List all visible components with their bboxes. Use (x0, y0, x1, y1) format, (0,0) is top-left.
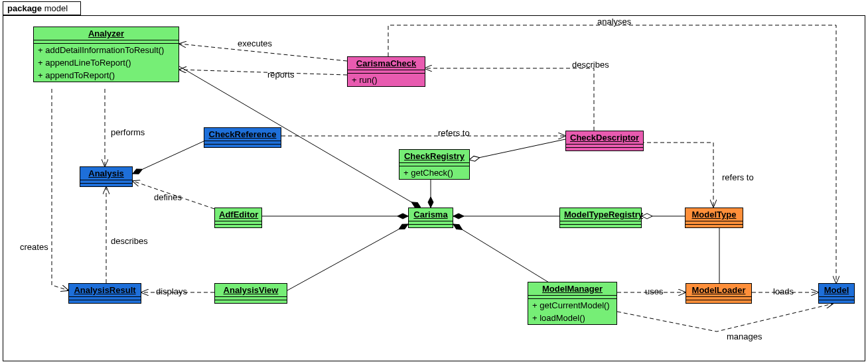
class-title: Analysis (80, 167, 132, 180)
empty-compartment (566, 147, 643, 151)
class-analysis[interactable]: Analysis (80, 166, 133, 187)
label-displays: displays (156, 286, 187, 296)
class-title: CheckRegistry (399, 150, 469, 163)
method: + getCurrentModel() (528, 298, 616, 312)
label-manages: manages (727, 332, 762, 341)
label-describes-result: describes (111, 236, 148, 246)
package-tab: package model (3, 1, 81, 15)
empty-compartment (204, 144, 281, 147)
class-model[interactable]: Model (818, 283, 855, 304)
class-title: CheckDescriptor (566, 131, 643, 145)
method: + appendToReport() (34, 69, 179, 82)
label-creates: creates (20, 242, 48, 252)
label-defines: defines (154, 192, 182, 202)
class-title: AnalysisView (215, 284, 287, 297)
label-reports: reports (267, 70, 294, 80)
empty-compartment (69, 300, 141, 303)
class-analyzer[interactable]: Analyzer + addDetailInformationToResult(… (33, 27, 179, 82)
empty-compartment (409, 224, 453, 227)
method: + appendLineToReport() (34, 56, 179, 69)
label-loads: loads (773, 286, 794, 296)
label-refers-to-check: refers to (438, 128, 470, 138)
empty-compartment (215, 300, 287, 303)
label-refers-to-checkdesc: refers to (722, 172, 754, 182)
class-title: Model (819, 284, 854, 297)
class-adfeditor[interactable]: AdfEditor (214, 208, 262, 228)
empty-compartment (686, 300, 751, 303)
empty-compartment (80, 183, 132, 186)
class-title: Analyzer (34, 27, 179, 40)
class-title: AnalysisResult (69, 284, 141, 297)
package-keyword: package (7, 3, 42, 13)
class-title: CheckReference (204, 128, 281, 141)
empty-compartment (560, 224, 641, 227)
empty-compartment (819, 300, 854, 303)
label-uses: uses (645, 286, 663, 296)
class-checkdescriptor[interactable]: CheckDescriptor (565, 131, 644, 151)
class-analysisview[interactable]: AnalysisView (214, 283, 287, 304)
class-title: ModelLoader (686, 284, 751, 297)
label-performs: performs (111, 127, 145, 137)
class-title: AdfEditor (215, 208, 261, 221)
class-modelloader[interactable]: ModelLoader (686, 283, 752, 304)
class-title: ModelType (686, 208, 743, 221)
empty-compartment (215, 224, 261, 227)
class-analysisresult[interactable]: AnalysisResult (68, 283, 141, 304)
empty-compartment (686, 224, 743, 227)
label-describes-check: describes (572, 60, 609, 70)
method: + getCheck() (399, 166, 469, 179)
class-title: ModelManager (528, 282, 616, 296)
class-carisma[interactable]: Carisma (408, 208, 453, 228)
class-carismacheck[interactable]: CarismaCheck + run() (347, 56, 425, 87)
class-modelmanager[interactable]: ModelManager + getCurrentModel() + loadM… (528, 282, 617, 325)
class-title: ModelTypeRegistry (560, 208, 641, 221)
class-modeltype[interactable]: ModelType (685, 208, 743, 228)
class-checkregistry[interactable]: CheckRegistry + getCheck() (399, 149, 470, 180)
label-executes: executes (238, 38, 272, 48)
method: + addDetailInformationToResult() (34, 43, 179, 56)
class-title: CarismaCheck (348, 57, 425, 70)
method: + run() (348, 73, 425, 86)
package-name: model (44, 3, 68, 13)
class-checkreference[interactable]: CheckReference (204, 127, 281, 148)
class-title: Carisma (409, 208, 453, 221)
method: + loadModel() (528, 312, 616, 324)
label-analyses: analyses (597, 17, 631, 27)
class-modeltyperegistry[interactable]: ModelTypeRegistry (559, 208, 642, 228)
